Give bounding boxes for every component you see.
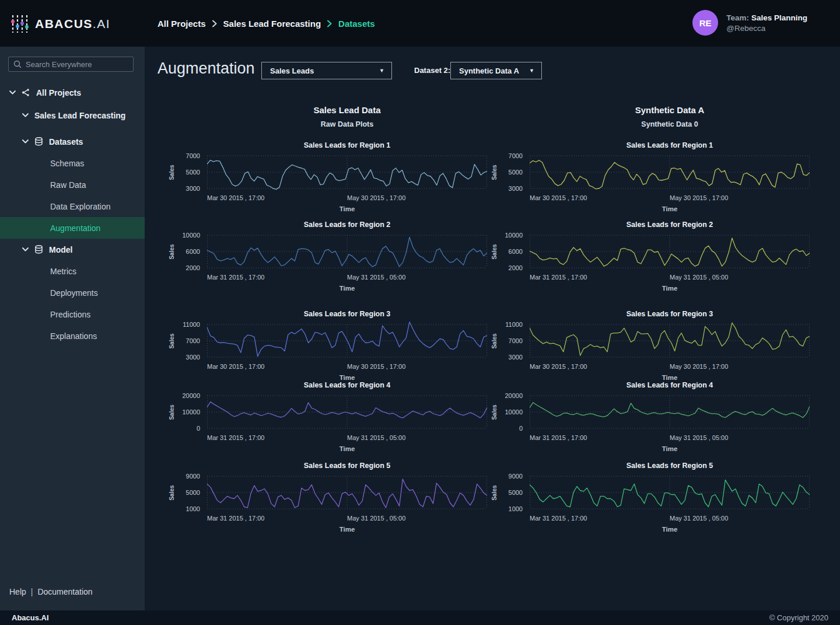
documentation-link[interactable]: Documentation: [37, 587, 92, 596]
search-input[interactable]: [26, 60, 128, 69]
x-axis-ticks: Mar 31 2015 , 17:00May 31 2015 , 05:00: [207, 274, 487, 281]
y-axis-ticks: 900050001000: [176, 472, 204, 514]
x-axis-label: Time: [207, 374, 487, 381]
y-axis-label: Sales: [491, 151, 498, 193]
x-axis-ticks: Mar 31 2015 , 17:00May 31 2015 , 05:00: [207, 434, 487, 442]
team-line: Team:Sales Planning: [726, 13, 807, 22]
y-axis-label: Sales: [168, 151, 176, 193]
sidebar-item-predictions[interactable]: Predictions: [0, 303, 145, 325]
y-axis-label: Sales: [491, 320, 498, 362]
dataset1-dropdown[interactable]: Sales Leads ▼: [261, 62, 392, 79]
y-tick: 0: [197, 425, 200, 432]
y-tick: 7000: [509, 337, 523, 344]
right-column-header: Synthetic Data A Synthetic Data 0: [530, 105, 810, 128]
sidebar-item-augmentation[interactable]: Augmentation: [0, 217, 145, 239]
x-axis-ticks: Mar 30 2015 , 17:00May 30 2015 , 17:00: [207, 194, 487, 202]
sidebar-item-label: Data Exploration: [50, 202, 111, 211]
chart-plot: [207, 231, 487, 273]
chart-plot: [207, 472, 487, 514]
x-tick: Mar 31 2015 , 17:00: [530, 434, 587, 441]
x-tick: Mar 31 2015 , 17:00: [530, 274, 587, 281]
breadcrumb-item-datasets[interactable]: Datasets: [338, 19, 375, 29]
x-axis-label: Time: [530, 205, 810, 212]
y-tick: 10000: [182, 408, 200, 415]
user-handle: @Rebecca: [726, 24, 807, 33]
y-tick: 1000: [509, 505, 523, 512]
x-axis-ticks: Mar 30 2015 , 17:00May 30 2015 , 17:00: [530, 363, 810, 371]
y-tick: 10000: [182, 232, 200, 239]
sidebar-item-deployments[interactable]: Deployments: [0, 282, 145, 303]
footer: Abacus.AI © Copyright 2020: [0, 610, 840, 625]
y-axis-label: Sales: [491, 231, 498, 273]
sidebar-item-raw-data[interactable]: Raw Data: [0, 174, 145, 195]
x-tick: Mar 30 2015 , 17:00: [207, 363, 264, 370]
sidebar-item-all-projects[interactable]: All Projects: [0, 82, 145, 103]
x-axis-label: Time: [530, 526, 810, 533]
y-tick: 20000: [182, 392, 200, 399]
x-tick: Mar 31 2015 , 17:00: [530, 515, 587, 522]
chart-title: Sales Leads for Region 2: [207, 221, 487, 229]
team-name: Sales Planning: [751, 13, 807, 22]
x-tick: Mar 30 2015 , 17:00: [530, 363, 587, 370]
user-block[interactable]: RE Team:Sales Planning @Rebecca: [692, 10, 807, 36]
y-tick: 10000: [505, 408, 523, 415]
search-box[interactable]: [8, 57, 134, 72]
sidebar-item-explanations[interactable]: Explanations: [0, 325, 145, 347]
sidebar-item-datasets[interactable]: Datasets: [0, 131, 145, 152]
x-tick: Mar 31 2015 , 17:00: [207, 274, 264, 281]
y-tick: 6000: [509, 248, 523, 255]
chart-title: Sales Leads for Region 3: [530, 310, 810, 318]
y-tick: 2000: [509, 264, 523, 271]
chart-left-region-2: Sales Leads for Region 2Sales10000600020…: [168, 221, 487, 294]
sidebar-item-metrics[interactable]: Metrics: [0, 260, 145, 282]
link-separator: |: [31, 587, 33, 596]
y-tick: 11000: [183, 321, 200, 328]
right-column-subtitle: Synthetic Data 0: [530, 120, 810, 128]
chevron-right-icon: [212, 20, 217, 27]
y-axis-label: Sales: [491, 472, 498, 514]
left-column-header: Sales Lead Data Raw Data Plots: [207, 105, 487, 128]
x-axis-label: Time: [207, 205, 487, 212]
topbar: ABACUS.AI All ProjectsSales Lead Forecas…: [0, 0, 840, 47]
x-axis-ticks: Mar 31 2015 , 17:00May 31 2015 , 05:00: [207, 515, 487, 522]
x-axis-label: Time: [530, 445, 810, 452]
search-icon: [13, 60, 22, 68]
y-tick: 10000: [505, 232, 523, 239]
chart-left-region-1: Sales Leads for Region 1Sales70005000300…: [168, 141, 487, 215]
y-tick: 5000: [509, 489, 523, 496]
x-axis-label: Time: [530, 374, 810, 381]
sidebar-item-model[interactable]: Model: [0, 239, 145, 260]
sidebar-item-sales-lead-forecasting[interactable]: Sales Lead Forecasting: [0, 104, 145, 126]
y-tick: 3000: [509, 354, 523, 361]
chart-right-region-1: Sales Leads for Region 1Sales70005000300…: [491, 141, 810, 215]
sidebar-item-data-exploration[interactable]: Data Exploration: [0, 195, 145, 217]
sidebar: All ProjectsSales Lead ForecastingDatase…: [0, 47, 145, 610]
app-root: ABACUS.AI All ProjectsSales Lead Forecas…: [0, 0, 840, 625]
projects-icon: [22, 88, 30, 97]
x-tick: May 31 2015 , 05:00: [347, 274, 405, 281]
chart-plot: [530, 472, 810, 514]
footer-copyright: © Copyright 2020: [769, 613, 828, 622]
x-tick: May 31 2015 , 05:00: [347, 515, 405, 522]
chart-title: Sales Leads for Region 2: [530, 221, 810, 229]
x-tick: Mar 30 2015 , 17:00: [207, 194, 264, 201]
chart-plot: [530, 231, 810, 273]
help-link[interactable]: Help: [9, 587, 26, 596]
user-info: Team:Sales Planning @Rebecca: [726, 13, 807, 33]
y-tick: 5000: [186, 169, 200, 176]
breadcrumb-item-sales-lead-forecasting[interactable]: Sales Lead Forecasting: [223, 19, 321, 29]
chart-plot: [207, 320, 487, 362]
x-axis-label: Time: [207, 526, 487, 533]
y-tick: 2000: [186, 264, 200, 271]
abacus-logo[interactable]: ABACUS.AI: [10, 14, 110, 34]
x-tick: Mar 31 2015 , 17:00: [207, 515, 264, 522]
x-axis-ticks: Mar 30 2015 , 17:00May 30 2015 , 17:00: [207, 363, 487, 371]
chart-plot: [530, 320, 810, 362]
avatar[interactable]: RE: [692, 10, 718, 36]
sidebar-item-schemas[interactable]: Schemas: [0, 152, 145, 174]
left-column-title: Sales Lead Data: [207, 105, 487, 115]
chart-left-region-5: Sales Leads for Region 5Sales90005000100…: [168, 462, 487, 535]
dataset2-dropdown[interactable]: Synthetic Data A ▼: [450, 62, 542, 79]
breadcrumb-item-all-projects[interactable]: All Projects: [158, 19, 206, 29]
y-tick: 6000: [186, 248, 200, 255]
